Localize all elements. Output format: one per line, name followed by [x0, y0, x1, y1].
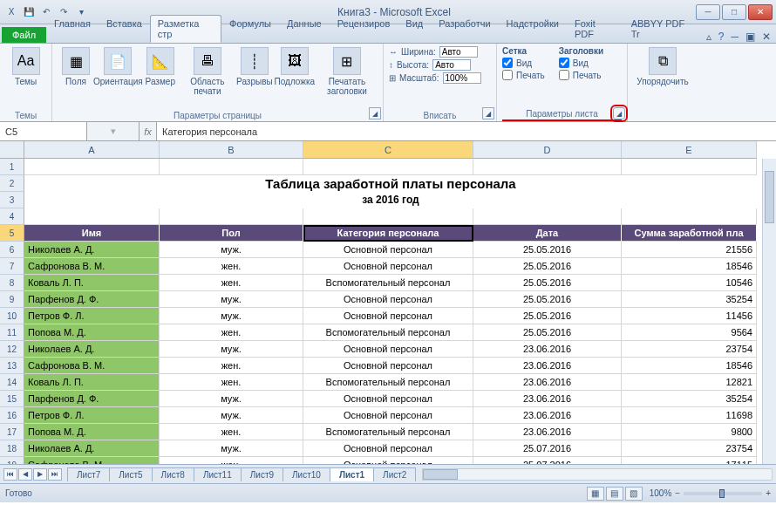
zoom-out-button[interactable]: −	[675, 488, 680, 498]
cell[interactable]: Вспомогательный персонал	[303, 424, 473, 440]
sheet-nav-next-icon[interactable]: ▶	[33, 468, 47, 481]
col-header-A[interactable]: A	[24, 141, 160, 159]
cell[interactable]: муж.	[160, 391, 303, 407]
cell[interactable]: муж.	[160, 291, 303, 308]
row-header-13[interactable]: 13	[0, 358, 24, 374]
row-header-1[interactable]: 1	[0, 159, 24, 175]
ribbon-tab-6[interactable]: Вид	[398, 15, 431, 43]
cell[interactable]: Сумма заработной пла	[622, 225, 757, 242]
cell[interactable]: Попова М. Д.	[24, 424, 160, 440]
sheet-tab-0[interactable]: Лист7	[67, 467, 110, 481]
cell[interactable]: 25.05.2016	[473, 324, 622, 341]
cell[interactable]: 25.05.2016	[473, 242, 622, 258]
cell[interactable]: Вспомогательный персонал	[303, 324, 473, 341]
zoom-slider-thumb[interactable]	[719, 489, 725, 498]
cell[interactable]: Сафронова В. М.	[24, 258, 160, 275]
cell[interactable]: Пол	[160, 225, 303, 242]
row-header-2[interactable]: 2	[0, 175, 24, 192]
cell[interactable]: муж.	[160, 341, 303, 358]
cell[interactable]: муж.	[160, 440, 303, 457]
cell[interactable]: жен.	[160, 275, 303, 291]
arrange-button[interactable]: ⧉ Упорядочить	[633, 45, 692, 88]
cell[interactable]: жен.	[160, 374, 303, 391]
cell[interactable]: муж.	[160, 407, 303, 424]
cell[interactable]: Парфенов Д. Ф.	[24, 391, 160, 407]
cell[interactable]	[24, 159, 160, 175]
cell[interactable]: жен.	[160, 324, 303, 341]
ribbon-tab-4[interactable]: Данные	[279, 15, 330, 43]
gridlines-print-checkbox[interactable]	[502, 70, 513, 80]
help-icon[interactable]: ?	[718, 31, 725, 43]
sheet-tab-2[interactable]: Лист8	[152, 467, 194, 481]
cell[interactable]	[303, 159, 473, 175]
page-btn-2[interactable]: 📐Размер	[142, 45, 179, 88]
cell[interactable]: жен.	[160, 258, 303, 275]
sheet-nav-prev-icon[interactable]: ◀	[18, 468, 32, 481]
cell[interactable]: Основной персонал	[303, 358, 473, 374]
cell[interactable]: 23754	[622, 341, 757, 358]
cells-area[interactable]: Таблица заработной платы персоналаза 201…	[24, 159, 776, 464]
view-pagebreak-button[interactable]: ▧	[625, 487, 643, 501]
row-header-6[interactable]: 6	[0, 242, 24, 258]
cell[interactable]	[160, 208, 303, 225]
cell[interactable]: жен.	[160, 358, 303, 374]
horizontal-scrollbar[interactable]	[422, 468, 773, 481]
h-scroll-thumb[interactable]	[423, 469, 458, 480]
col-header-E[interactable]: E	[622, 141, 757, 159]
sheet-nav-first-icon[interactable]: ⏮	[3, 468, 17, 481]
v-scroll-thumb[interactable]	[765, 171, 774, 223]
gridlines-view-checkbox[interactable]	[502, 58, 513, 68]
cell[interactable]: 9800	[622, 424, 757, 440]
cell[interactable]: Основной персонал	[303, 457, 473, 464]
cell[interactable]: 9564	[622, 324, 757, 341]
cell[interactable]: Парфенов Д. Ф.	[24, 291, 160, 308]
excel-icon[interactable]: X	[3, 4, 19, 20]
file-tab[interactable]: Файл	[2, 27, 46, 43]
row-header-12[interactable]: 12	[0, 341, 24, 358]
sheet-tab-1[interactable]: Лист5	[109, 467, 152, 481]
cell[interactable]: Вспомогательный персонал	[303, 374, 473, 391]
sheet-tab-3[interactable]: Лист11	[194, 467, 242, 481]
page-btn-5[interactable]: 🖼Подложка	[276, 45, 313, 88]
row-header-7[interactable]: 7	[0, 258, 24, 275]
row-header-16[interactable]: 16	[0, 407, 24, 424]
cell[interactable]: Коваль Л. П.	[24, 374, 160, 391]
cell[interactable]: Коваль Л. П.	[24, 275, 160, 291]
fx-icon[interactable]: fx	[140, 122, 157, 140]
view-normal-button[interactable]: ▦	[587, 487, 604, 501]
ribbon-tab-9[interactable]: Foxit PDF	[567, 15, 623, 43]
cell[interactable]: 10546	[622, 275, 757, 291]
cell[interactable]: Основной персонал	[303, 407, 473, 424]
cell[interactable]: 25.05.2016	[473, 275, 622, 291]
close-button[interactable]: ✕	[748, 4, 773, 20]
fit-launcher[interactable]: ◢	[482, 107, 494, 119]
formula-input[interactable]: Категория персонала	[157, 122, 776, 140]
cell[interactable]	[473, 208, 622, 225]
cell[interactable]: 12821	[622, 374, 757, 391]
themes-button[interactable]: Aa Темы	[5, 45, 46, 88]
cell[interactable]: 23754	[622, 440, 757, 457]
mdi-restore-icon[interactable]: ▣	[745, 31, 755, 43]
cell[interactable]: 23.06.2016	[473, 358, 622, 374]
cell[interactable]: 23.06.2016	[473, 407, 622, 424]
row-header-8[interactable]: 8	[0, 275, 24, 291]
height-input[interactable]	[432, 59, 471, 71]
cell[interactable]: 35254	[622, 391, 757, 407]
cell[interactable]: Петров Ф. Л.	[24, 407, 160, 424]
select-all-corner[interactable]	[0, 141, 24, 159]
sheet-nav-last-icon[interactable]: ⏭	[48, 468, 62, 481]
ribbon-tab-1[interactable]: Вставка	[99, 15, 150, 43]
cell[interactable]: 35254	[622, 291, 757, 308]
headings-print-checkbox[interactable]	[559, 70, 569, 80]
cell[interactable]: 21556	[622, 242, 757, 258]
cell[interactable]: Основной персонал	[303, 291, 473, 308]
cell[interactable]: Основной персонал	[303, 391, 473, 407]
sheet-tab-5[interactable]: Лист10	[282, 467, 330, 481]
ribbon-tab-2[interactable]: Разметка стр	[150, 15, 221, 43]
width-input[interactable]	[439, 46, 478, 58]
cell[interactable]: жен.	[160, 424, 303, 440]
cell[interactable]	[473, 159, 622, 175]
cell[interactable]: Основной персонал	[303, 258, 473, 275]
ribbon-tab-0[interactable]: Главная	[46, 15, 99, 43]
save-icon[interactable]: 💾	[21, 4, 37, 20]
